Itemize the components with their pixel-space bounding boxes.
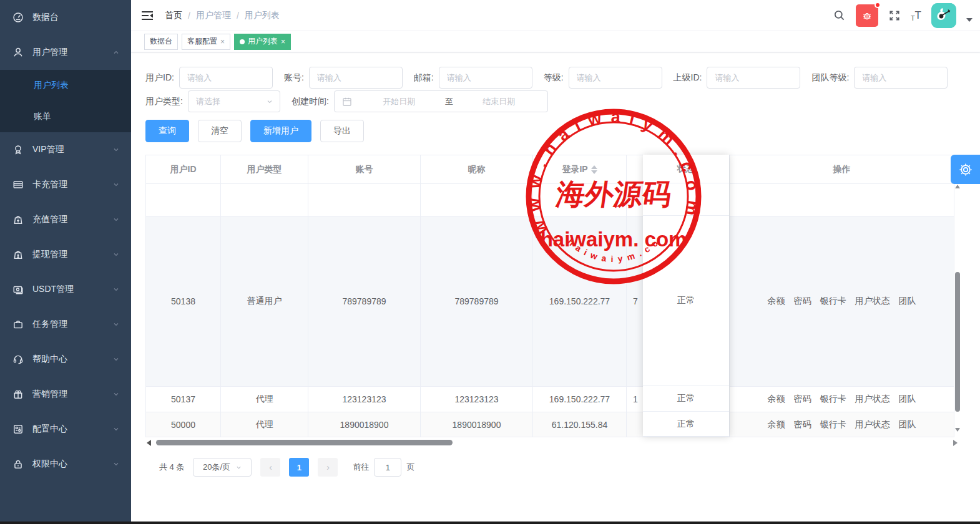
sidebar-item-user-management[interactable]: 用户管理 [0, 35, 131, 70]
page-size-select[interactable]: 20条/页 [193, 458, 252, 477]
sidebar-item-vip[interactable]: VIP管理 [0, 132, 131, 167]
close-icon[interactable]: × [220, 37, 225, 46]
bank-card-link[interactable]: 银行卡 [820, 296, 846, 306]
account-input[interactable] [309, 67, 403, 89]
chevron-down-icon [235, 464, 242, 471]
bug-icon [861, 10, 873, 21]
search-icon[interactable] [833, 9, 846, 22]
sidebar-item-dashboard[interactable]: 数据台 [0, 0, 131, 35]
sidebar-item-marketing[interactable]: 营销管理 [0, 377, 131, 412]
end-date-input[interactable]: 结束日期 [457, 96, 541, 107]
email-input[interactable] [439, 67, 532, 89]
sidebar: 数据台 用户管理 用户列表 账单 VIP管理 [0, 0, 131, 524]
table-row[interactable]: 50137 代理 123123123 123123123 169.150.222… [146, 387, 954, 412]
hamburger-icon[interactable] [141, 9, 154, 22]
sort-carets-icon[interactable] [591, 165, 597, 174]
cell-user-id [146, 184, 221, 216]
chevron-down-icon [112, 391, 120, 398]
export-button[interactable]: 导出 [320, 120, 364, 142]
filter-parent-id: 上级ID: [674, 67, 801, 89]
start-date-input[interactable]: 开始日期 [357, 96, 441, 107]
horizontal-scrollbar-thumb[interactable] [156, 440, 453, 445]
password-link[interactable]: 密码 [794, 296, 811, 306]
scroll-up-arrow[interactable] [955, 185, 960, 188]
balance-link[interactable]: 余额 [768, 394, 785, 404]
user-type-select[interactable]: 请选择 [188, 90, 280, 112]
scroll-right-arrow[interactable] [953, 440, 958, 446]
cell-nickname: 123123123 [421, 387, 533, 412]
table-row[interactable]: 50000 代理 1890018900 1890018900 61.120.15… [146, 412, 954, 437]
briefcase-icon [12, 319, 24, 330]
password-link[interactable]: 密码 [794, 394, 811, 404]
table-row[interactable]: 50138 普通用户 789789789 789789789 169.150.2… [146, 216, 954, 387]
sidebar-item-label: 卡充管理 [32, 179, 112, 190]
scroll-down-arrow[interactable] [955, 428, 960, 432]
sidebar-item-user-list[interactable]: 用户列表 [0, 70, 131, 101]
search-button[interactable]: 查询 [145, 120, 189, 142]
goto-label: 前往 [353, 462, 369, 473]
col-nickname: 昵称 [421, 155, 533, 184]
next-page-button[interactable]: › [318, 458, 338, 477]
close-icon[interactable]: × [281, 37, 285, 46]
tab-dashboard[interactable]: 数据台 [144, 34, 178, 50]
col-label: 登录IP [562, 164, 587, 174]
team-link[interactable]: 团队 [899, 419, 916, 429]
sidebar-item-label: VIP管理 [32, 144, 112, 155]
filter-account: 账号: [284, 67, 403, 89]
chevron-down-icon [112, 146, 120, 153]
parent-id-input[interactable] [707, 67, 800, 89]
clear-button[interactable]: 清空 [198, 120, 242, 142]
avatar[interactable] [931, 3, 956, 28]
team-link[interactable]: 团队 [899, 296, 916, 306]
col-operations: 操作 [730, 155, 954, 184]
team-level-input[interactable] [854, 67, 948, 89]
current-page-button[interactable]: 1 [289, 458, 309, 477]
prev-page-button[interactable]: ‹ [260, 458, 280, 477]
error-log-button[interactable] [856, 4, 878, 27]
scroll-left-arrow[interactable] [147, 440, 151, 446]
vertical-scrollbar[interactable] [954, 185, 961, 437]
sidebar-item-card-recharge[interactable]: 卡充管理 [0, 167, 131, 202]
sidebar-item-permission-center[interactable]: 权限中心 [0, 447, 131, 482]
chevron-down-icon [112, 356, 120, 363]
bank-card-link[interactable]: 银行卡 [820, 419, 846, 429]
cell-account [308, 184, 421, 216]
user-status-link[interactable]: 用户状态 [855, 296, 890, 306]
balance-link[interactable]: 余额 [768, 419, 785, 429]
tab-customer-service-config[interactable]: 客服配置 × [182, 34, 230, 50]
sidebar-item-withdraw[interactable]: 提现管理 [0, 237, 131, 272]
fullscreen-icon[interactable] [888, 9, 901, 22]
breadcrumb-user-list: 用户列表 [245, 10, 280, 21]
user-status-link[interactable]: 用户状态 [855, 419, 890, 429]
bank-card-link[interactable]: 银行卡 [820, 394, 846, 404]
add-user-button[interactable]: 新增用户 [250, 120, 311, 142]
caret-down-icon[interactable] [966, 18, 973, 22]
sidebar-item-usdt[interactable]: USDT管理 [0, 272, 131, 307]
sidebar-item-help-center[interactable]: 帮助中心 [0, 342, 131, 377]
field-label: 用户ID: [145, 72, 174, 84]
navbar-actions: TT [833, 3, 973, 28]
user-id-input[interactable] [179, 67, 273, 89]
sidebar-item-bills[interactable]: 账单 [0, 101, 131, 132]
balance-link[interactable]: 余额 [768, 296, 785, 306]
vertical-scrollbar-thumb[interactable] [955, 272, 960, 412]
date-range-picker[interactable]: 开始日期 至 结束日期 [334, 90, 548, 112]
col-login-ip[interactable]: 登录IP [533, 155, 627, 184]
sidebar-item-config-center[interactable]: 配置中心 [0, 412, 131, 447]
breadcrumb-home[interactable]: 首页 [165, 10, 182, 21]
font-size-icon[interactable]: TT [911, 9, 921, 22]
user-status-link[interactable]: 用户状态 [855, 394, 890, 404]
goto-page-input[interactable] [374, 458, 401, 477]
level-input[interactable] [569, 67, 662, 89]
table-row[interactable] [146, 184, 954, 216]
tab-user-list[interactable]: 用户列表 × [234, 34, 291, 50]
chevron-down-icon [112, 460, 120, 468]
sidebar-item-recharge[interactable]: 充值管理 [0, 202, 131, 237]
table-settings-button[interactable] [951, 155, 980, 184]
field-label: 上级ID: [674, 72, 702, 84]
horizontal-scrollbar[interactable] [145, 439, 960, 447]
password-link[interactable]: 密码 [794, 419, 811, 429]
team-link[interactable]: 团队 [899, 394, 916, 404]
sidebar-item-tasks[interactable]: 任务管理 [0, 307, 131, 342]
filter-team-level: 团队等级: [811, 67, 948, 89]
